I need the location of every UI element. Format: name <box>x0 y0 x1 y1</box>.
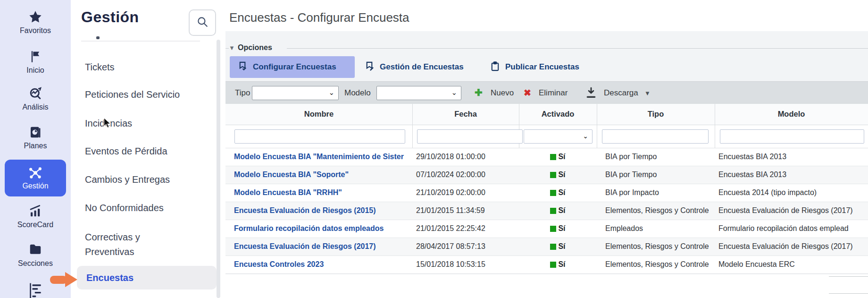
caret-down-icon[interactable]: ▼ <box>644 90 651 97</box>
row-name-link[interactable]: Encuesta Controles 2023 <box>234 260 411 269</box>
row-fecha: 21/10/2019 02:00:00 <box>416 188 519 197</box>
column-header-activado[interactable]: Activado <box>519 110 597 119</box>
tipo-filter-input[interactable] <box>602 129 709 144</box>
row-name-link[interactable]: Modelo Encuesta BIA "RRHH" <box>234 188 411 197</box>
modelo-select[interactable]: ⌄ <box>376 86 461 100</box>
row-tipo: BIA por Impacto <box>605 188 713 197</box>
row-name-link[interactable]: Encuesta Evaluación de Riesgos (2017) <box>234 242 411 251</box>
active-indicator <box>550 190 556 196</box>
column-divider <box>715 125 715 148</box>
mouse-cursor-icon <box>103 117 112 128</box>
bookmark-check-icon <box>237 61 248 74</box>
scrolled-item-remnant <box>96 36 100 39</box>
rail-item-label: Gestión <box>5 182 66 190</box>
legend-line <box>287 48 868 49</box>
chevron-down-icon: ⌄ <box>583 132 588 140</box>
column-header-fecha[interactable]: Fecha <box>412 110 519 119</box>
search-button[interactable] <box>189 9 216 36</box>
active-indicator <box>550 244 556 250</box>
tab-label: Configurar Encuestas <box>253 62 336 72</box>
row-name-link[interactable]: Encuesta Evaluación de Riesgos (2015) <box>234 206 411 215</box>
row-tipo: Empleados <box>605 224 713 233</box>
sidebar-item-eventos[interactable]: Eventos de Pérdida <box>85 144 203 159</box>
eliminar-button[interactable]: Eliminar <box>539 88 568 98</box>
legend-line-left <box>225 48 229 49</box>
bookmark-edit-icon <box>364 61 375 74</box>
table-row[interactable]: Encuesta Evaluación de Riesgos (2017) 28… <box>225 238 868 256</box>
bottom-right-scroll-element[interactable] <box>829 276 868 294</box>
activado-value: Sí <box>558 153 565 161</box>
tab-gestion-de-encuestas[interactable]: Gestión de Encuestas <box>357 56 472 78</box>
sidebar-item-tickets[interactable]: Tickets <box>85 60 203 75</box>
row-modelo: Encuesta Evaluación de Riesgos (2017) <box>718 206 868 215</box>
row-activado: Sí <box>519 260 597 269</box>
chevron-down-icon: ⌄ <box>328 88 334 97</box>
section-label: Opciones <box>238 43 272 52</box>
rail-item-inicio[interactable]: Inicio <box>0 49 71 75</box>
sidebar-item-encuestas[interactable]: Encuestas <box>77 266 217 289</box>
table-row[interactable]: Modelo Encuesta BIA "Mantenimiento de Si… <box>225 148 868 166</box>
rail-item-analisis[interactable]: Análisis <box>0 86 71 111</box>
download-icon[interactable] <box>586 87 596 100</box>
rail-item-label: ScoreCard <box>0 221 71 229</box>
plus-icon[interactable]: ✚ <box>475 87 483 98</box>
row-name-link[interactable]: Modelo Encuesta BIA "Mantenimiento de Si… <box>234 153 411 161</box>
table-row[interactable]: Formulario recopilación datos empleados … <box>225 220 868 238</box>
activado-value: Sí <box>558 224 565 233</box>
column-header-nombre[interactable]: Nombre <box>225 110 412 119</box>
row-name-link[interactable]: Formulario recopilación datos empleados <box>234 224 411 233</box>
row-activado: Sí <box>519 242 597 251</box>
table-bottom-gap <box>225 274 868 277</box>
sidebar-item-peticiones[interactable]: Peticiones del Servicio <box>85 87 203 102</box>
row-activado: Sí <box>519 188 597 197</box>
nombre-filter-input[interactable] <box>234 129 405 144</box>
activado-value: Sí <box>558 170 565 179</box>
active-indicator <box>550 262 556 268</box>
rail-item-favoritos[interactable]: Favoritos <box>0 9 71 35</box>
row-modelo: Encuestas BIA 2013 <box>718 170 868 179</box>
rail-item-gestion[interactable]: Gestión <box>5 160 66 196</box>
sidebar-item-noconformidades[interactable]: No Conformidades <box>85 201 203 215</box>
network-icon <box>5 165 66 180</box>
tab-publicar-encuestas[interactable]: Publicar Encuestas <box>482 56 588 78</box>
activado-value: Sí <box>558 242 565 251</box>
table-row[interactable]: Encuesta Controles 2023 15/01/2018 10:53… <box>225 256 868 274</box>
row-activado: Sí <box>519 224 597 233</box>
table-row[interactable]: Modelo Encuesta BIA "RRHH" 21/10/2019 02… <box>225 184 868 202</box>
rail-item-planes[interactable]: Planes <box>0 125 71 150</box>
tipo-select[interactable]: ⌄ <box>252 86 339 100</box>
modelo-filter-input[interactable] <box>720 129 864 144</box>
rail-item-bottom-partial[interactable] <box>0 282 71 298</box>
table-row[interactable]: Encuesta Evaluación de Riesgos (2015) 21… <box>225 202 868 220</box>
sidebar-scrollbar[interactable] <box>217 40 220 298</box>
fecha-filter-input[interactable] <box>417 129 523 144</box>
row-tipo: Elementos, Riesgos y Controle <box>605 260 713 269</box>
sidebar-gestion: Gestión Tickets Peticiones del Servicio … <box>71 0 222 298</box>
sidebar-item-correctivas[interactable]: Correctivas y Preventivas <box>85 230 186 259</box>
row-fecha: 21/01/2015 22:25:42 <box>416 224 519 233</box>
activado-value: Sí <box>558 188 565 197</box>
x-icon[interactable]: ✖ <box>524 87 531 98</box>
rail-item-secciones[interactable]: Secciones <box>0 242 71 268</box>
column-header-tipo[interactable]: Tipo <box>597 110 715 119</box>
row-modelo: Formulario recopilación datos emplead <box>718 224 868 233</box>
row-activado: Sí <box>519 206 597 215</box>
rail-item-scorecard[interactable]: ScoreCard <box>0 204 71 229</box>
nuevo-button[interactable]: Nuevo <box>491 88 514 98</box>
active-indicator <box>550 226 556 232</box>
row-fecha: 15/01/2018 10:53:15 <box>416 260 519 269</box>
column-header-modelo[interactable]: Modelo <box>715 110 868 119</box>
activado-value: Sí <box>558 206 565 215</box>
collapse-caret-icon[interactable]: ▼ <box>229 44 235 51</box>
tipo-filter-label: Tipo <box>235 88 250 98</box>
row-name-link[interactable]: Modelo Encuesta BIA "Soporte" <box>234 170 411 179</box>
analysis-magnifier-icon <box>0 86 71 101</box>
bar-chart-icon <box>0 204 71 219</box>
tab-configurar-encuestas[interactable]: Configurar Encuestas <box>230 56 355 78</box>
activado-filter-select[interactable]: ⌄ <box>524 129 593 144</box>
descarga-button[interactable]: Descarga <box>604 88 638 98</box>
orange-arrow-icon <box>50 276 67 284</box>
rail-item-label: Favoritos <box>0 26 71 35</box>
sidebar-item-cambios[interactable]: Cambios y Entregas <box>85 172 203 187</box>
table-row[interactable]: Modelo Encuesta BIA "Soporte" 07/10/2024… <box>225 166 868 184</box>
